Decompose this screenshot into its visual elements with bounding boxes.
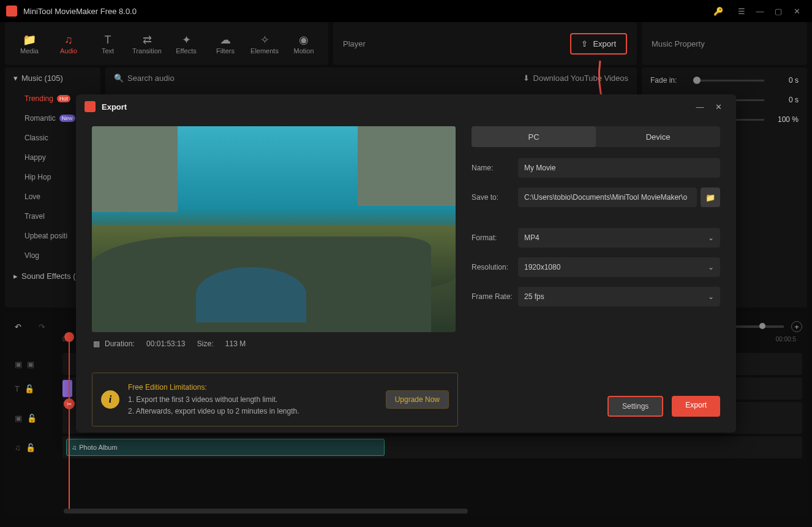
maximize-button[interactable]: ▢ xyxy=(769,2,788,20)
lock-icon[interactable]: 🔓 xyxy=(27,414,37,423)
undo-button[interactable]: ↶ xyxy=(10,320,26,334)
download-youtube-link[interactable]: ⬇Download YouTube Videos xyxy=(523,74,628,83)
elements-icon: ✧ xyxy=(260,32,269,47)
tab-audio[interactable]: ♫Audio xyxy=(49,32,88,55)
limit-title: Free Edition Limitations: xyxy=(128,382,377,393)
export-modal: Export — ✕ ▦ Duration: 00:01:53:13 Size:… xyxy=(76,94,736,433)
text-clip[interactable] xyxy=(62,380,72,397)
saveto-label: Save to: xyxy=(472,193,518,202)
resolution-select[interactable]: 1920x1080⌄ xyxy=(518,257,720,277)
motion-icon: ◉ xyxy=(299,32,309,47)
modal-minimize-button[interactable]: — xyxy=(691,97,709,116)
format-label: Format: xyxy=(472,233,518,242)
modal-logo-icon xyxy=(85,101,96,112)
fadein-label: Fade in: xyxy=(650,76,687,85)
search-input[interactable]: 🔍Search audio xyxy=(114,74,517,83)
text-track-icon: T xyxy=(15,384,20,393)
name-label: Name: xyxy=(472,164,518,172)
export-button[interactable]: ⇧ Export xyxy=(570,33,627,55)
app-title: MiniTool MovieMaker Free 8.0.0 xyxy=(23,7,709,16)
main-toolbar: 📁Media ♫Audio TText ⇄Transition ✦Effects… xyxy=(5,22,328,65)
name-input[interactable]: My Movie xyxy=(518,158,720,178)
tab-transition[interactable]: ⇄Transition xyxy=(127,32,167,55)
lock-icon[interactable]: 🔓 xyxy=(24,384,34,393)
chevron-right-icon: ▸ xyxy=(13,271,18,281)
tab-motion[interactable]: ◉Motion xyxy=(284,32,323,55)
music-icon: ♫ xyxy=(72,444,77,451)
text-icon: T xyxy=(105,32,111,47)
minimize-button[interactable]: — xyxy=(751,2,769,20)
player-label: Player xyxy=(343,39,570,48)
chevron-down-icon: ▾ xyxy=(13,74,18,83)
tab-media[interactable]: 📁Media xyxy=(10,32,49,55)
fadeout-value: 0 s xyxy=(770,96,799,104)
chevron-down-icon: ⌄ xyxy=(708,233,714,242)
volume-value: 100 % xyxy=(770,115,799,124)
transition-icon: ⇄ xyxy=(143,32,152,47)
modal-title: Export xyxy=(102,102,691,112)
settings-button[interactable]: Settings xyxy=(607,396,663,417)
key-icon[interactable]: 🔑 xyxy=(709,2,727,20)
tick: 00:00:5 xyxy=(776,336,796,343)
limit-line1: 1. Export the first 3 videos without len… xyxy=(128,394,377,406)
menu-icon[interactable]: ☰ xyxy=(732,2,751,20)
tab-device[interactable]: Device xyxy=(596,126,720,147)
close-button[interactable]: ✕ xyxy=(788,2,806,20)
sidebar-header[interactable]: ▾Music (105) xyxy=(5,67,100,89)
player-bar: Player ⇧ Export xyxy=(333,22,637,65)
limit-line2: 2. Afterwards, export video up to 2 minu… xyxy=(128,406,377,417)
folder-icon: 📁 xyxy=(705,193,715,202)
new-badge: New xyxy=(59,115,75,122)
format-select[interactable]: MP4⌄ xyxy=(518,228,720,248)
track-audio: ♫🔓 ♫Photo Album xyxy=(10,436,802,458)
framerate-select[interactable]: 25 fps⌄ xyxy=(518,287,720,306)
effects-icon: ✦ xyxy=(182,32,191,47)
browse-button[interactable]: 📁 xyxy=(701,188,720,207)
modal-close-button[interactable]: ✕ xyxy=(709,97,727,116)
upgrade-button[interactable]: Upgrade Now xyxy=(386,390,449,409)
tab-effects[interactable]: ✦Effects xyxy=(167,32,206,55)
timeline-scrollbar[interactable] xyxy=(64,509,468,514)
zoom-in-button[interactable]: + xyxy=(791,321,802,332)
download-icon: ⬇ xyxy=(523,74,530,83)
tab-elements[interactable]: ✧Elements xyxy=(245,32,284,55)
video-track-icon: ▣ xyxy=(15,414,22,423)
preview-stats: ▦ Duration: 00:01:53:13 Size: 113 M xyxy=(92,332,456,355)
framerate-label: Frame Rate: xyxy=(472,292,518,301)
folder-icon: 📁 xyxy=(23,32,36,47)
music-track-icon: ♫ xyxy=(15,443,21,452)
lock-icon[interactable]: 🔓 xyxy=(26,443,36,452)
export-icon: ⇧ xyxy=(581,39,588,48)
music-icon: ♫ xyxy=(64,32,73,47)
tab-filters[interactable]: ☁Filters xyxy=(206,32,245,55)
export-tabs: PC Device xyxy=(472,126,720,147)
copy-icon[interactable]: ▣ xyxy=(27,360,34,369)
chevron-down-icon: ⌄ xyxy=(708,292,714,301)
tab-text[interactable]: TText xyxy=(88,32,127,55)
preview-image xyxy=(92,126,456,332)
film-icon: ▦ xyxy=(93,339,100,348)
hot-badge: Hot xyxy=(57,95,70,102)
redo-button[interactable]: ↷ xyxy=(34,320,50,334)
limitations-box: i Free Edition Limitations: 1. Export th… xyxy=(92,373,458,427)
export-confirm-button[interactable]: Export xyxy=(672,396,720,417)
info-icon: i xyxy=(101,390,119,409)
chevron-down-icon: ⌄ xyxy=(708,263,714,271)
search-icon: 🔍 xyxy=(114,74,124,83)
fadein-slider[interactable] xyxy=(693,80,764,82)
scissor-icon[interactable]: ✂ xyxy=(64,398,75,409)
resolution-label: Resolution: xyxy=(472,263,518,271)
fadein-value: 0 s xyxy=(770,76,799,85)
add-icon[interactable]: ▣ xyxy=(15,360,22,369)
title-bar: MiniTool MovieMaker Free 8.0.0 🔑 ☰ — ▢ ✕ xyxy=(0,0,812,22)
tab-pc[interactable]: PC xyxy=(472,126,596,147)
filters-icon: ☁ xyxy=(220,32,231,47)
saveto-input[interactable]: C:\Users\tobio\Documents\MiniTool MovieM… xyxy=(518,188,697,207)
playhead[interactable]: ✂ xyxy=(69,337,70,510)
app-logo-icon xyxy=(6,6,17,17)
property-panel-header: Music Property xyxy=(642,22,807,65)
audio-clip[interactable]: ♫Photo Album xyxy=(66,439,385,456)
